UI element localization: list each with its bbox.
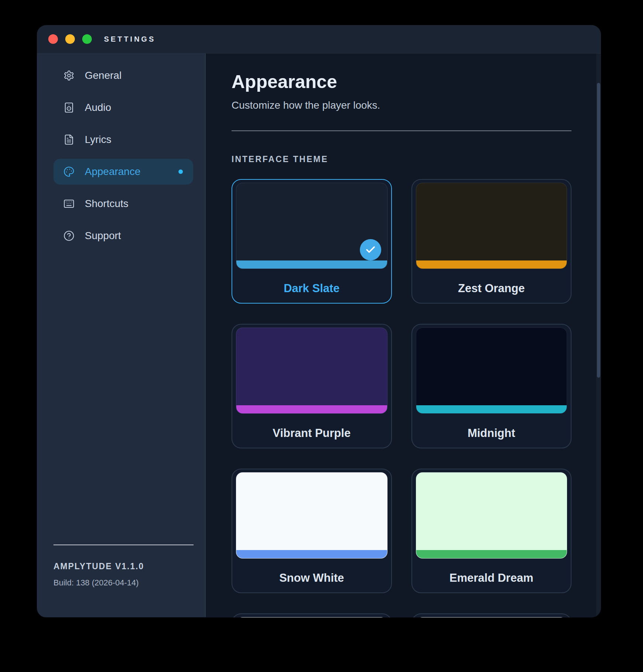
main-content: Appearance Customize how the player look… [206,53,601,617]
sidebar-item-general[interactable]: General [53,63,193,88]
speaker-icon [63,102,74,113]
theme-accent-bar [236,550,387,558]
theme-preview [416,472,567,559]
theme-card[interactable] [232,613,392,617]
theme-name-label: Emerald Dream [412,562,571,594]
sidebar-item-label: General [85,70,122,81]
theme-name-label: Dark Slate [232,273,391,304]
theme-card-zest-orange[interactable]: Zest Orange [411,179,572,304]
theme-preview [416,617,567,617]
sidebar-item-label: Lyrics [85,134,111,146]
keyboard-icon [63,198,74,209]
window-title: SETTINGS [104,35,156,43]
theme-accent-bar [416,405,567,413]
theme-name-label: Snow White [232,562,391,594]
scrollbar-track[interactable] [596,53,601,617]
theme-preview [236,472,387,559]
sidebar-item-label: Audio [85,102,111,113]
theme-card-dark-slate[interactable]: Dark Slate [232,179,392,304]
theme-grid: Dark Slate Zest Orange Vibrant Purple Mi… [232,179,571,617]
theme-card-midnight[interactable]: Midnight [411,324,572,448]
close-button[interactable] [48,34,58,44]
zoom-button[interactable] [82,34,92,44]
settings-window: SETTINGS General Audio Lyrics Appearance… [37,25,601,617]
sidebar-item-label: Support [85,230,121,242]
theme-name-label: Midnight [412,417,571,449]
title-bar: SETTINGS [37,25,601,53]
minimize-button[interactable] [65,34,75,44]
traffic-lights [48,34,92,44]
header-divider [232,130,571,131]
interface-theme-section-label: INTERFACE THEME [232,154,571,164]
theme-card-emerald-dream[interactable]: Emerald Dream [411,469,572,593]
sidebar-nav: General Audio Lyrics Appearance Shortcut… [37,63,205,249]
theme-card[interactable] [411,613,572,617]
theme-accent-bar [236,260,387,269]
theme-preview [236,328,387,414]
theme-card-snow-white[interactable]: Snow White [232,469,392,593]
selected-check-icon [360,239,381,260]
sidebar-item-lyrics[interactable]: Lyrics [53,127,193,153]
theme-card-vibrant-purple[interactable]: Vibrant Purple [232,324,392,448]
sidebar-item-label: Appearance [85,166,140,178]
theme-name-label: Vibrant Purple [232,417,391,449]
app-version-label: AMPLYTUDE V1.1.0 [53,561,194,571]
gear-icon [63,70,74,81]
theme-accent-bar [236,405,387,413]
sidebar-item-audio[interactable]: Audio [53,95,193,120]
page-title: Appearance [232,72,571,92]
theme-accent-bar [416,260,567,269]
sidebar-item-appearance[interactable]: Appearance [53,159,193,185]
active-dot [178,169,183,174]
sidebar-item-shortcuts[interactable]: Shortcuts [53,191,193,217]
sidebar: General Audio Lyrics Appearance Shortcut… [37,53,206,617]
sidebar-divider [53,545,194,545]
scrollbar-thumb[interactable] [597,83,600,378]
sidebar-item-support[interactable]: Support [53,223,193,249]
theme-accent-bar [416,550,567,558]
theme-preview [236,617,387,617]
theme-preview [416,183,567,269]
document-icon [63,134,74,145]
app-build-label: Build: 138 (2026-04-14) [53,578,194,588]
sidebar-item-label: Shortcuts [85,198,128,210]
sidebar-footer: AMPLYTUDE V1.1.0 Build: 138 (2026-04-14) [53,545,194,588]
palette-icon [63,166,74,177]
theme-name-label: Zest Orange [412,273,571,304]
help-icon [63,230,74,241]
page-subtitle: Customize how the player looks. [232,99,571,112]
theme-preview [416,328,567,414]
